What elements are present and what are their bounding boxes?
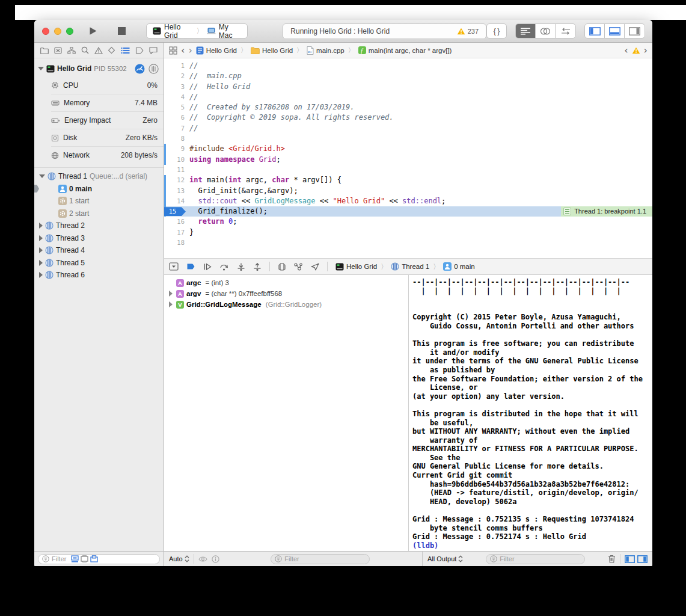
navigator-tab-source-control[interactable] [54, 47, 62, 54]
step-over-button[interactable] [219, 263, 229, 271]
toggle-navigator-button[interactable] [585, 24, 605, 38]
stack-frame-row[interactable]: 1 start [34, 195, 164, 208]
show-paused-only-button[interactable] [71, 555, 79, 562]
debugbar-crumb[interactable]: Thread 1 [391, 262, 429, 271]
warning-count-badge[interactable]: 237 [457, 28, 479, 35]
variable-row[interactable]: VGrid::GridLogMessage (Grid::GridLogger) [164, 299, 408, 310]
step-into-button[interactable] [237, 263, 245, 271]
navigator-tab-test[interactable] [108, 46, 115, 54]
code-line[interactable]: 1// [164, 61, 652, 71]
thread-row[interactable]: Thread 2 [34, 220, 164, 232]
simulate-location-button[interactable] [311, 263, 319, 271]
minimize-window-button[interactable] [54, 28, 61, 35]
breakpoints-toggle-button[interactable] [186, 263, 195, 270]
forward-button[interactable]: › [188, 46, 192, 55]
instruction-pointer-badge[interactable]: 15 [164, 207, 186, 216]
code-line[interactable]: 9#include <Grid/Grid.h> [164, 144, 652, 154]
navigator-tab-symbol[interactable] [67, 47, 76, 54]
console-output[interactable]: --|--|--|--|--|--|--|--|--|--|--|--|--|-… [408, 275, 652, 551]
jumpbar-crumb[interactable]: Hello Grid [196, 46, 237, 55]
code-line[interactable]: 17} [164, 227, 652, 238]
scheme-selector[interactable]: Hello Grid 〉 My Mac [146, 23, 248, 38]
stack-frame-row[interactable]: 0 main [34, 183, 164, 196]
gauge-row-cpu[interactable]: CPU0% [51, 76, 164, 94]
disclosure-triangle[interactable] [38, 67, 44, 70]
variables-filter-field[interactable]: Filter [271, 554, 370, 564]
variables-scope-selector[interactable]: Auto [169, 555, 189, 562]
code-line[interactable]: 18 [164, 238, 652, 248]
code-line[interactable]: 4// [164, 92, 652, 102]
thread-row[interactable]: Thread 6 [34, 269, 164, 282]
toggle-inspector-button[interactable] [625, 24, 645, 38]
thread-row[interactable]: Thread 5 [34, 257, 164, 270]
disclosure-triangle[interactable] [168, 301, 174, 307]
toggle-variables-view-button[interactable] [625, 555, 635, 563]
console-filter-field[interactable]: Filter [486, 554, 585, 564]
disclosure-triangle[interactable] [39, 223, 43, 229]
previous-issue-button[interactable]: ‹ [624, 46, 628, 55]
memory-graph-button[interactable] [294, 263, 303, 271]
navigator-tab-breakpoint[interactable] [135, 47, 144, 54]
activity-view[interactable]: Running Hello Grid : Hello Grid 237 [283, 23, 486, 39]
debug-gauge-button[interactable] [135, 64, 145, 74]
disclosure-triangle[interactable] [39, 174, 45, 178]
gauge-row-energy-impact[interactable]: Energy ImpactZero [51, 111, 164, 129]
debugbar-crumb[interactable]: Hello Grid [335, 263, 377, 271]
code-line[interactable]: 13 Grid_init(&argc,&argv); [164, 186, 652, 196]
standard-editor-button[interactable] [516, 24, 536, 38]
disclosure-triangle[interactable] [168, 291, 174, 297]
disclosure-triangle[interactable] [39, 260, 43, 266]
continue-button[interactable] [203, 263, 212, 271]
navigator-tab-debug[interactable] [121, 47, 130, 54]
back-button[interactable]: ‹ [181, 46, 185, 55]
view-hierarchy-button[interactable] [278, 263, 286, 271]
version-editor-button[interactable] [556, 24, 575, 38]
clear-console-button[interactable] [608, 555, 616, 563]
variable-row[interactable]: Aargv = (char **) 0x7ffeefbff568 [164, 288, 408, 299]
disclosure-triangle[interactable] [39, 272, 43, 278]
code-line[interactable]: 14 std::cout << GridLogMessage << "Hello… [164, 196, 652, 206]
source-editor[interactable]: 1//2// main.cpp3// Hello Grid4//5// Crea… [164, 58, 652, 258]
gauge-row-network[interactable]: Network208 bytes/s [51, 146, 164, 164]
debugbar-crumb[interactable]: 0 main [443, 262, 475, 271]
code-line[interactable]: 10using namespace Grid; [164, 155, 652, 165]
navigator-tab-issue[interactable] [94, 47, 103, 54]
code-line[interactable]: 6// Copyright © 2019 sopa. All rights re… [164, 112, 652, 123]
code-line[interactable]: 16 return 0; [164, 217, 652, 227]
close-window-button[interactable] [42, 28, 49, 35]
show-stack-frames-button[interactable] [90, 555, 98, 562]
stack-frame-row[interactable]: 2 start [34, 208, 164, 220]
navigator-tab-find[interactable] [81, 46, 89, 54]
next-issue-button[interactable]: › [644, 46, 648, 55]
navigator-filter-field[interactable]: Filter [38, 554, 160, 564]
thread-row[interactable]: Thread 1Queue:...d (serial) [34, 170, 164, 183]
process-row[interactable]: Hello Grid PID 55302 [34, 61, 164, 76]
thread-view-mode-button[interactable] [149, 64, 159, 74]
toggle-console-button[interactable] [637, 555, 648, 563]
navigator-tab-project[interactable] [40, 47, 49, 54]
console-output-selector[interactable]: All Output [427, 555, 463, 562]
related-items-icon[interactable] [169, 46, 177, 55]
code-line[interactable]: 11 [164, 165, 652, 175]
breakpoint-annotation[interactable]: Thread 1: breakpoint 1.1 [561, 206, 652, 217]
disclosure-triangle[interactable] [39, 235, 43, 241]
variables-view[interactable]: Aargc = (int) 3Aargv = (char **) 0x7ffee… [164, 275, 408, 551]
code-line[interactable]: 15 Grid_finalize();Thread 1: breakpoint … [164, 206, 652, 217]
jumpbar-crumb[interactable]: fmain(int argc, char * argv[]) [358, 46, 452, 54]
gauge-row-disk[interactable]: DiskZero KB/s [51, 129, 164, 146]
thread-row[interactable]: Thread 3 [34, 232, 164, 245]
hide-debug-area-button[interactable] [169, 262, 179, 271]
issue-warning-icon[interactable] [632, 47, 640, 54]
step-out-button[interactable] [253, 263, 262, 271]
navigator-tab-report[interactable] [149, 47, 158, 54]
stop-button[interactable] [118, 27, 126, 35]
variable-row[interactable]: Aargc = (int) 3 [164, 277, 408, 288]
show-crashed-button[interactable] [81, 555, 88, 562]
quicklook-button[interactable] [198, 556, 207, 562]
zoom-window-button[interactable] [66, 28, 73, 35]
gauge-row-memory[interactable]: Memory7.4 MB [51, 94, 164, 111]
library-button[interactable]: { } [486, 23, 507, 38]
code-line[interactable]: 5// Created by s1786208 on 17/03/2019. [164, 102, 652, 112]
thread-row[interactable]: Thread 4 [34, 244, 164, 257]
code-line[interactable]: 2// main.cpp [164, 71, 652, 81]
